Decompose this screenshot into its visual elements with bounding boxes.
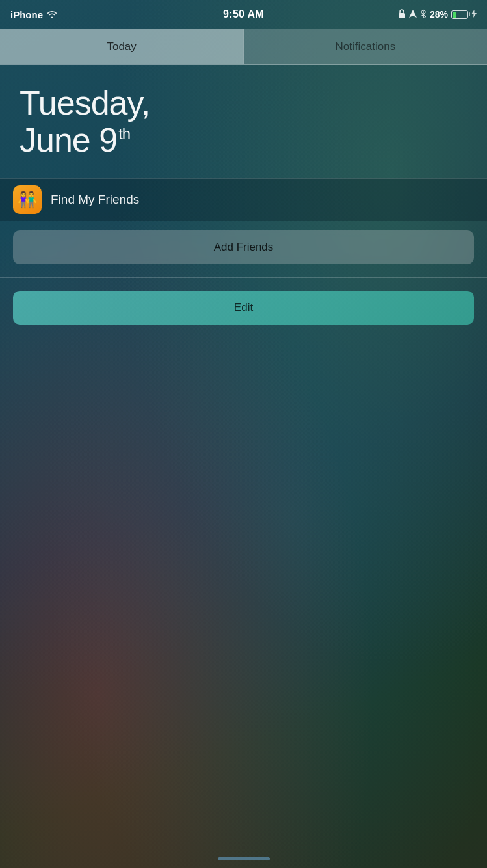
widget-header: 👫 Find My Friends	[0, 178, 487, 221]
battery-icon	[451, 10, 468, 19]
edit-section: Edit	[0, 278, 487, 338]
app-icon-emoji: 👫	[18, 191, 37, 209]
status-right: 28%	[398, 9, 477, 20]
date-month-day: June 9th	[20, 122, 467, 159]
add-friends-button[interactable]: Add Friends	[13, 230, 474, 264]
battery-percent-label: 28%	[430, 9, 448, 20]
tab-bar: Today Notifications	[0, 29, 487, 65]
date-suffix: th	[118, 126, 130, 142]
tab-notifications[interactable]: Notifications	[244, 29, 487, 64]
svg-rect-0	[399, 13, 405, 18]
tab-today-label: Today	[107, 40, 136, 53]
date-month-day-text: June 9	[20, 122, 117, 159]
wifi-icon	[47, 9, 57, 20]
status-time: 9:50 AM	[223, 8, 264, 20]
location-icon	[409, 9, 417, 20]
bottom-handle[interactable]	[218, 857, 270, 860]
carrier-label: iPhone	[10, 9, 43, 20]
edit-label: Edit	[234, 301, 253, 314]
widget-body: Add Friends	[0, 221, 487, 278]
tab-notifications-label: Notifications	[336, 40, 396, 53]
date-day-name: Tuesday,	[20, 85, 467, 122]
edit-button[interactable]: Edit	[13, 291, 474, 325]
find-my-friends-app-icon: 👫	[13, 185, 42, 214]
tab-today[interactable]: Today	[0, 29, 243, 64]
add-friends-label: Add Friends	[214, 241, 274, 254]
date-section: Tuesday, June 9th	[0, 65, 487, 178]
svg-marker-1	[409, 10, 417, 18]
status-bar: iPhone 9:50 AM 28%	[0, 0, 487, 29]
widget-title: Find My Friends	[51, 193, 139, 207]
handle-bar	[218, 857, 270, 860]
charging-icon	[471, 9, 477, 20]
main-content: Tuesday, June 9th 👫 Find My Friends Add …	[0, 65, 487, 338]
status-left: iPhone	[10, 9, 57, 20]
bluetooth-icon	[420, 9, 427, 20]
lock-icon	[398, 9, 406, 20]
